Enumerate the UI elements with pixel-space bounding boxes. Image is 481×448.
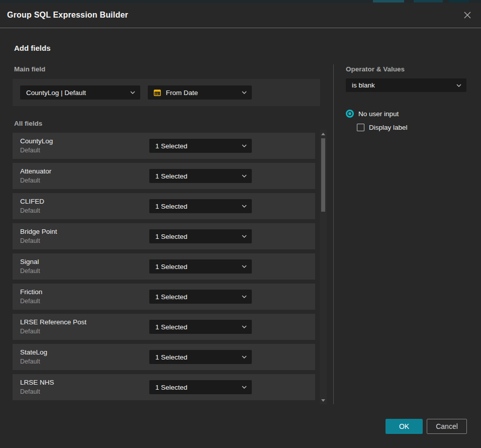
field-row-countylog: CountyLog Default 1 Selected <box>13 133 315 159</box>
selection-value: 1 Selected <box>155 263 187 271</box>
panel-divider <box>333 64 334 404</box>
operator-value: is blank <box>352 81 375 89</box>
field-name: LRSE Reference Post <box>20 318 86 326</box>
main-field-source-value: CountyLog | Default <box>26 89 86 97</box>
group-sql-expression-builder-dialog: Group SQL Expression Builder Add fields … <box>0 3 481 448</box>
all-fields-list: CountyLog Default 1 Selected Attenuator … <box>13 133 315 404</box>
display-label-option[interactable]: Display label <box>357 124 408 131</box>
field-sublabel: Default <box>20 237 40 244</box>
field-name: Attenuator <box>20 167 51 175</box>
selection-value: 1 Selected <box>155 293 187 301</box>
fields-scrollbar[interactable] <box>320 130 327 404</box>
display-label-text: Display label <box>369 124 408 131</box>
chevron-down-icon <box>242 295 247 298</box>
operator-values-label: Operator & Values <box>346 65 405 73</box>
field-name: Signal <box>20 258 39 265</box>
chevron-down-icon <box>456 84 461 87</box>
field-selection-dropdown[interactable]: 1 Selected <box>149 139 252 153</box>
field-sublabel: Default <box>20 147 40 154</box>
dialog-title: Group SQL Expression Builder <box>7 11 128 20</box>
chevron-down-icon <box>242 91 247 94</box>
field-selection-dropdown[interactable]: 1 Selected <box>149 169 252 183</box>
field-sublabel: Default <box>20 267 40 275</box>
field-name: LRSE NHS <box>20 379 54 386</box>
add-fields-heading: Add fields <box>14 44 51 52</box>
selection-value: 1 Selected <box>155 203 187 210</box>
chevron-down-icon <box>242 235 247 238</box>
field-name: Bridge Point <box>20 228 57 235</box>
calendar-icon <box>153 88 161 97</box>
scrollbar-up-button[interactable] <box>320 131 327 137</box>
cancel-button[interactable]: Cancel <box>427 419 467 434</box>
field-row-attenuator: Attenuator Default 1 Selected <box>13 163 315 189</box>
selection-value: 1 Selected <box>155 142 187 150</box>
field-row-clifed: CLIFED Default 1 Selected <box>13 193 315 219</box>
field-sublabel: Default <box>20 298 40 305</box>
field-row-signal: Signal Default 1 Selected <box>13 253 315 280</box>
ok-button[interactable]: OK <box>386 419 423 434</box>
all-fields-label: All fields <box>14 120 42 127</box>
field-name: CountyLog <box>20 137 53 145</box>
field-selection-dropdown[interactable]: 1 Selected <box>149 259 252 274</box>
chevron-down-icon <box>242 325 247 328</box>
background-fragment <box>449 0 469 3</box>
dialog-titlebar: Group SQL Expression Builder <box>0 3 481 28</box>
field-sublabel: Default <box>20 328 40 335</box>
background-fragment <box>414 0 443 3</box>
close-icon <box>463 11 471 19</box>
field-selection-dropdown[interactable]: 1 Selected <box>149 380 252 394</box>
scroll-up-icon <box>321 133 325 135</box>
chevron-down-icon <box>242 355 247 359</box>
selection-value: 1 Selected <box>155 172 187 180</box>
field-sublabel: Default <box>20 358 40 365</box>
chevron-down-icon <box>242 205 247 208</box>
selection-value: 1 Selected <box>155 384 187 391</box>
background-fragment <box>373 0 404 3</box>
chevron-down-icon <box>242 386 247 389</box>
display-label-checkbox[interactable] <box>357 124 364 131</box>
scroll-down-icon <box>321 399 325 402</box>
scrollbar-down-button[interactable] <box>320 397 327 403</box>
selection-value: 1 Selected <box>155 323 187 331</box>
main-field-label: Main field <box>14 65 45 73</box>
chevron-down-icon <box>242 144 247 147</box>
field-name: Friction <box>20 288 42 296</box>
main-field-panel: CountyLog | Default From Date <box>13 79 320 106</box>
field-selection-dropdown[interactable]: 1 Selected <box>149 290 252 304</box>
field-row-lrse-reference-post: LRSE Reference Post Default 1 Selected <box>13 314 315 340</box>
no-user-input-label: No user input <box>358 110 399 118</box>
field-sublabel: Default <box>20 177 40 184</box>
main-field-source-dropdown[interactable]: CountyLog | Default <box>20 85 140 100</box>
close-button[interactable] <box>462 10 473 21</box>
main-field-field-value: From Date <box>166 89 198 97</box>
scrollbar-thumb[interactable] <box>321 138 325 212</box>
main-field-field-dropdown[interactable]: From Date <box>148 85 252 100</box>
field-sublabel: Default <box>20 207 40 214</box>
chevron-down-icon <box>242 174 247 177</box>
selection-value: 1 Selected <box>155 353 187 361</box>
field-sublabel: Default <box>20 388 40 395</box>
field-selection-dropdown[interactable]: 1 Selected <box>149 199 252 213</box>
field-selection-dropdown[interactable]: 1 Selected <box>149 320 252 334</box>
field-row-lrse-nhs: LRSE NHS Default 1 Selected <box>13 374 315 400</box>
field-row-friction: Friction Default 1 Selected <box>13 284 315 310</box>
operator-dropdown[interactable]: is blank <box>346 78 466 92</box>
field-name: CLIFED <box>20 198 44 205</box>
no-user-input-radio[interactable] <box>346 110 354 118</box>
field-name: StateLog <box>20 348 47 356</box>
chevron-down-icon <box>242 265 247 268</box>
chevron-down-icon <box>130 91 135 94</box>
field-row-statelog: StateLog Default 1 Selected <box>13 344 315 370</box>
field-selection-dropdown[interactable]: 1 Selected <box>149 229 252 243</box>
selection-value: 1 Selected <box>155 233 187 240</box>
field-selection-dropdown[interactable]: 1 Selected <box>149 350 252 364</box>
field-row-bridge-point: Bridge Point Default 1 Selected <box>13 223 315 249</box>
no-user-input-option[interactable]: No user input <box>346 110 399 118</box>
